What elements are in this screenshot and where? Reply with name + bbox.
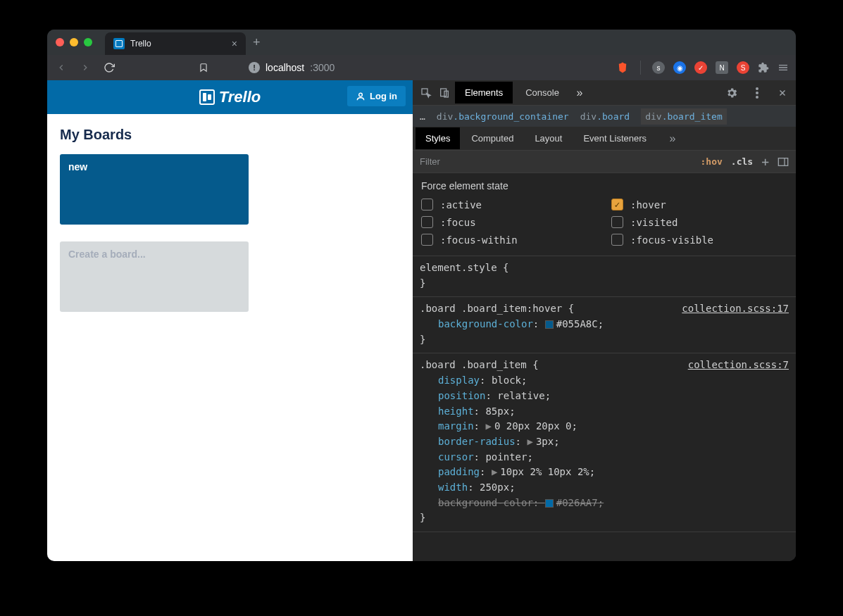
tab-close-button[interactable]: × [232, 38, 237, 49]
svg-point-5 [756, 92, 758, 94]
css-declaration[interactable]: border-radius: ▶3px; [420, 434, 789, 450]
rule-selector: element.style [420, 262, 497, 273]
hov-toggle[interactable]: :hov [701, 156, 723, 167]
css-rules: element.style {}collection.scss:17.board… [413, 256, 796, 532]
devtools-tabs: Elements Console » [413, 80, 796, 106]
breadcrumb-item[interactable]: div.board [580, 111, 630, 122]
css-declaration[interactable]: padding: ▶10px 2% 10px 2%; [420, 465, 789, 480]
svg-point-4 [756, 87, 758, 90]
page-title: My Boards [60, 127, 400, 143]
css-rule[interactable]: collection.scss:7.board .board_item {dis… [413, 353, 796, 532]
login-button[interactable]: Log in [347, 86, 406, 106]
settings-icon[interactable] [724, 87, 739, 99]
checkbox-icon [611, 234, 623, 246]
devtools-close-icon[interactable] [775, 88, 790, 98]
more-subtabs-icon[interactable]: » [665, 132, 680, 145]
state-checkbox[interactable]: :focus-within [421, 234, 597, 246]
url-bar[interactable]: ! localhost:3000 [249, 62, 335, 73]
brand-text: Trello [219, 88, 261, 106]
window-close-button[interactable] [56, 38, 64, 46]
breadcrumb-ellipsis[interactable]: … [420, 111, 425, 122]
board-item-label: new [68, 161, 87, 172]
styles-filter-input[interactable] [420, 156, 617, 167]
css-rule[interactable]: collection.scss:17.board .board_item:hov… [413, 297, 796, 353]
state-checkbox[interactable]: :focus [421, 216, 597, 228]
css-declaration[interactable]: width: 250px; [420, 480, 789, 496]
extension-icon[interactable]: s [652, 61, 665, 74]
new-tab-button[interactable]: + [246, 35, 268, 50]
extension-icon[interactable]: ✓ [694, 61, 707, 74]
subtab-computed[interactable]: Computed [461, 127, 523, 149]
css-declaration[interactable]: background-color: #026AA7; [420, 496, 789, 511]
checkbox-icon [421, 216, 433, 228]
brave-shields-icon[interactable] [616, 61, 629, 74]
bookmark-button[interactable] [196, 62, 211, 73]
traffic-lights [56, 38, 92, 46]
device-toggle-icon[interactable] [437, 87, 452, 99]
breadcrumb-item-active[interactable]: div.board_item [641, 108, 727, 125]
styles-filter-row: :hov .cls + [413, 151, 796, 173]
cls-toggle[interactable]: .cls [731, 156, 753, 167]
browser-tab[interactable]: Trello × [105, 32, 246, 55]
window-minimize-button[interactable] [70, 38, 78, 46]
extension-icon[interactable]: S [737, 61, 749, 74]
checkbox-icon [421, 199, 433, 210]
svg-rect-9 [778, 158, 787, 165]
css-rule[interactable]: element.style {} [413, 256, 796, 297]
css-declaration[interactable]: background-color: #055A8C; [420, 317, 789, 332]
subtab-styles[interactable]: Styles [416, 127, 460, 149]
rule-selector: .board .board_item [420, 359, 527, 370]
browser-menu-button[interactable] [778, 62, 789, 73]
css-declaration[interactable]: display: block; [420, 373, 789, 389]
create-board-button[interactable]: Create a board... [60, 241, 249, 312]
css-declaration[interactable]: height: 85px; [420, 404, 789, 420]
board-item[interactable]: new [60, 154, 249, 225]
extension-icon[interactable]: N [716, 61, 728, 74]
window-maximize-button[interactable] [84, 38, 92, 46]
extensions-icon[interactable] [758, 62, 769, 73]
svg-point-6 [756, 96, 758, 99]
state-checkbox[interactable]: :focus-visible [611, 234, 787, 246]
more-tabs-icon[interactable]: » [572, 87, 587, 99]
subtab-layout[interactable]: Layout [525, 127, 572, 149]
subtab-event-listeners[interactable]: Event Listeners [573, 127, 656, 149]
forward-button[interactable] [78, 63, 92, 73]
content-split: Trello Log in My Boards new Create a boa… [47, 80, 796, 561]
browser-toolbar: ! localhost:3000 s ◉ ✓ N S [47, 55, 796, 80]
page-viewport: Trello Log in My Boards new Create a boa… [47, 80, 413, 561]
state-label: :active [440, 199, 482, 210]
state-label: :hover [630, 199, 666, 210]
devtools-tab-elements[interactable]: Elements [455, 82, 513, 103]
toolbar-right: s ◉ ✓ N S [616, 61, 789, 75]
breadcrumb-item[interactable]: div.background_container [437, 111, 569, 122]
state-label: :visited [630, 217, 677, 228]
css-declaration[interactable]: margin: ▶0 20px 20px 0; [420, 419, 789, 434]
checkbox-icon [611, 216, 623, 228]
insecure-icon: ! [249, 62, 260, 73]
page-body: My Boards new Create a board... [47, 114, 413, 341]
user-icon [356, 92, 366, 101]
url-host: localhost [266, 62, 304, 73]
checkbox-icon [421, 234, 433, 246]
toggle-sidebar-icon[interactable] [778, 157, 789, 167]
reload-button[interactable] [102, 62, 116, 73]
rule-source-link[interactable]: collection.scss:17 [682, 301, 789, 317]
state-checkbox[interactable]: :visited [611, 216, 787, 228]
back-button[interactable] [54, 63, 68, 73]
extension-icon[interactable]: ◉ [673, 61, 686, 74]
state-label: :focus [440, 217, 476, 228]
css-declaration[interactable]: position: relative; [420, 389, 789, 404]
css-declaration[interactable]: cursor: pointer; [420, 450, 789, 465]
new-style-rule-icon[interactable]: + [761, 154, 769, 169]
brand[interactable]: Trello [199, 88, 261, 106]
state-checkbox[interactable]: :hover [611, 199, 787, 210]
create-board-label: Create a board... [68, 249, 146, 260]
rule-source-link[interactable]: collection.scss:7 [688, 358, 789, 373]
devtools-tab-console[interactable]: Console [516, 82, 569, 103]
tab-title: Trello [130, 39, 151, 49]
dom-breadcrumb: … div.background_container div.board div… [413, 106, 796, 127]
login-label: Log in [370, 91, 397, 101]
state-checkbox[interactable]: :active [421, 199, 597, 210]
kebab-menu-icon[interactable] [749, 87, 765, 99]
inspect-element-icon[interactable] [418, 87, 434, 99]
